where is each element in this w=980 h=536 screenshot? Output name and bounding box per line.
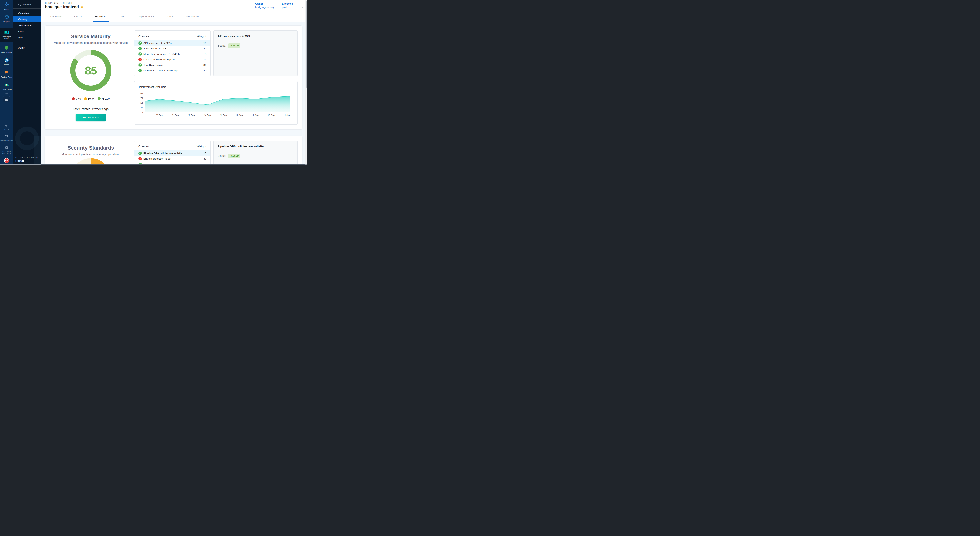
sidebar-item-label: Home bbox=[4, 8, 9, 10]
sidebar-item-home[interactable]: Home bbox=[0, 2, 13, 11]
svg-text:?: ? bbox=[6, 124, 6, 126]
check-passed-icon: ✓ bbox=[138, 151, 142, 155]
user-avatar[interactable]: HM bbox=[4, 158, 9, 163]
check-weight: 15 bbox=[204, 58, 207, 61]
tab-label: Dependencies bbox=[138, 15, 154, 18]
check-weight: 10 bbox=[204, 152, 207, 155]
all-modules-button[interactable] bbox=[3, 96, 10, 102]
improvement-chart-panel: Improvement Over Time 025507510024 Aug25… bbox=[134, 81, 298, 125]
check-passed-icon: ✓ bbox=[138, 69, 142, 72]
svg-text:28 Aug: 28 Aug bbox=[220, 114, 227, 116]
sidebar-item-label: Developer Portal bbox=[0, 36, 13, 40]
owner-block: Owner field_engineering bbox=[255, 2, 274, 9]
check-row[interactable]: ✕ Branch protection is set 30 bbox=[134, 156, 210, 161]
search-placeholder: Search bbox=[23, 3, 31, 6]
horizontal-scrollbar-thumb[interactable] bbox=[41, 164, 305, 165]
vertical-scrollbar-thumb[interactable] bbox=[305, 2, 307, 87]
sidebar-item-projects[interactable]: Projects bbox=[0, 14, 13, 24]
checks-list: ✓ API success rate > 99% 10 ✓ bbox=[134, 40, 210, 73]
divider bbox=[13, 8, 41, 9]
module-nav-item-label: Docs bbox=[18, 30, 24, 33]
sidebar-item-label: DASHBOARDS bbox=[0, 139, 13, 142]
scorecard-content: Service Maturity Measures development be… bbox=[41, 22, 307, 165]
module-nav-item[interactable]: Self service bbox=[13, 22, 41, 29]
check-row[interactable]: ✓ API success rate > 99% 10 bbox=[134, 40, 210, 46]
check-row[interactable]: ✓ TechDocs exists 30 bbox=[134, 62, 210, 68]
module-nav-item-label: Catalog bbox=[18, 18, 27, 21]
module-nav-item-label: Overview bbox=[18, 12, 29, 15]
sidebar-item-dashboards[interactable]: DASHBOARDS bbox=[0, 134, 13, 142]
module-nav-item-admin[interactable]: Admin bbox=[13, 45, 41, 51]
svg-text:∞: ∞ bbox=[6, 47, 8, 49]
tab[interactable]: Dependencies bbox=[136, 11, 156, 22]
legend-label: 75-100 bbox=[101, 97, 110, 100]
sidebar-item-help[interactable]: ? HELP bbox=[0, 122, 13, 131]
tab[interactable]: Overview bbox=[48, 11, 63, 22]
svg-text:25: 25 bbox=[140, 107, 143, 109]
legend-item: 0-49 bbox=[72, 97, 81, 100]
lifecycle-block: Lifecycle prod bbox=[282, 2, 293, 9]
tab-label: Scorecard bbox=[94, 15, 107, 18]
vertical-scrollbar[interactable] bbox=[305, 0, 307, 164]
developer-portal-icon bbox=[4, 30, 9, 35]
scorecard-subtitle: Measures best practices of security oper… bbox=[62, 153, 120, 156]
check-row[interactable]: ✓ Java version is LTS 20 bbox=[134, 46, 210, 51]
module-nav-item[interactable]: Docs bbox=[13, 29, 41, 35]
module-nav-item[interactable]: Overview bbox=[13, 10, 41, 16]
check-passed-icon: ✓ bbox=[138, 52, 142, 56]
owner-value[interactable]: field_engineering bbox=[255, 6, 274, 9]
footer-eyebrow: INTERNAL DEVELOPER bbox=[16, 156, 38, 158]
chevron-down-icon[interactable] bbox=[5, 93, 8, 94]
svg-text:50: 50 bbox=[140, 102, 143, 104]
builds-icon bbox=[4, 58, 9, 63]
help-icon: ? bbox=[5, 123, 9, 128]
search-input[interactable]: Search bbox=[13, 0, 41, 8]
status-label: Status: bbox=[218, 44, 226, 47]
sidebar-item-account-settings[interactable]: ACCOUNT SETTINGS bbox=[0, 145, 13, 155]
check-failed-icon: ✕ bbox=[138, 157, 142, 161]
security-standards-card: Security Standards Measures best practic… bbox=[45, 136, 302, 165]
sidebar-item-feature-flags[interactable]: Feature Flags bbox=[0, 69, 13, 79]
tab[interactable]: API bbox=[118, 11, 127, 22]
favorite-star-icon[interactable]: ★ bbox=[80, 5, 83, 9]
check-row[interactable]: ✓ More than 70% test coverage 20 bbox=[134, 68, 210, 73]
svg-text:24 Aug: 24 Aug bbox=[156, 114, 163, 116]
check-passed-icon: ✓ bbox=[138, 63, 142, 67]
legend-item: 50-74 bbox=[84, 97, 95, 100]
sidebar-item-developer-portal[interactable]: Developer Portal bbox=[0, 30, 13, 40]
check-label: Mean time to merge PR < 48 hr bbox=[143, 52, 180, 56]
search-icon bbox=[18, 3, 21, 6]
check-row[interactable]: ✕ Less than 1% error in prod 15 bbox=[134, 57, 210, 62]
sidebar-item-builds[interactable]: Builds bbox=[0, 57, 13, 67]
svg-text:100: 100 bbox=[139, 92, 143, 95]
app-window: Home Projects Developer Portal bbox=[0, 0, 307, 165]
sidebar-item-label: Cloud Costs bbox=[2, 88, 11, 91]
tab[interactable]: Kubernetes bbox=[185, 11, 202, 22]
sidebar-item-label: HELP bbox=[4, 129, 9, 130]
page-title: boutique-frontend bbox=[45, 5, 79, 9]
module-nav-footer: INTERNAL DEVELOPER Portal bbox=[16, 156, 38, 162]
tab[interactable]: Scorecard bbox=[92, 11, 109, 22]
scorecard-subtitle: Measures development best practices agai… bbox=[54, 41, 127, 44]
check-row[interactable]: ✓ Pipeline OPA policies are satisfied 10 bbox=[134, 150, 210, 156]
sidebar-item-label: ACCOUNT SETTINGS bbox=[0, 151, 13, 154]
checks-column-header: Checks bbox=[138, 145, 149, 148]
check-weight: 30 bbox=[204, 157, 207, 160]
sidebar-item-deployments[interactable]: ∞ Deployments bbox=[0, 45, 13, 54]
checks-panel: Checks Weight ✓ API success rate > 99% bbox=[134, 30, 210, 76]
module-nav-item[interactable]: APIs bbox=[13, 35, 41, 41]
kebab-menu-icon[interactable] bbox=[301, 3, 304, 9]
module-nav-item[interactable]: Catalog bbox=[13, 16, 41, 22]
status-label: Status: bbox=[218, 154, 226, 157]
tab[interactable]: Docs bbox=[165, 11, 175, 22]
sidebar-item-cloud-costs[interactable]: $ Cloud Costs bbox=[0, 82, 13, 91]
rerun-checks-button[interactable]: Rerun Checks bbox=[76, 114, 106, 121]
check-label: API success rate > 99% bbox=[143, 41, 172, 45]
tab[interactable]: CI/CD bbox=[72, 11, 83, 22]
module-nav-item-label: APIs bbox=[18, 36, 24, 39]
check-row[interactable]: ✓ Mean time to merge PR < 48 hr 5 bbox=[134, 51, 210, 57]
horizontal-scrollbar[interactable] bbox=[0, 164, 307, 165]
footer-title: Portal bbox=[16, 159, 38, 162]
projects-icon bbox=[4, 15, 9, 20]
main-area: COMPONENT — SERVICE boutique-frontend ★ … bbox=[41, 0, 307, 165]
